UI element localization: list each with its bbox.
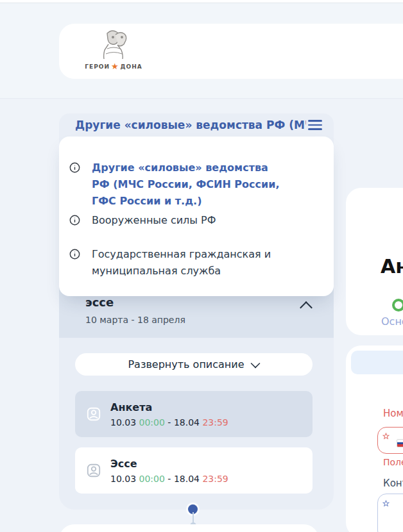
stage-card-title: Другие «силовые» ведомства РФ (МЧ... [75, 119, 306, 131]
chevron-down-icon [250, 358, 260, 368]
required-star-icon [382, 500, 390, 507]
panel-heading: Ан [381, 255, 403, 278]
phone-input[interactable] [377, 427, 403, 454]
dropdown-item-label: Государственная гражданская и муниципаль… [92, 246, 284, 279]
dropdown-item-armed-forces[interactable]: Вооруженные силы РФ [69, 212, 284, 229]
stage-section-head[interactable]: эссе 10 марта - 18 апреля [85, 295, 185, 325]
required-star-icon [382, 433, 390, 440]
task-dates: 10.03 00:00 - 18.04 23:59 [110, 417, 228, 428]
expand-description-label: Развернуть описание [128, 358, 244, 370]
dropdown-item-label: Вооруженные силы РФ [92, 212, 284, 229]
task-title: Анкета [110, 401, 228, 413]
dropdown-item-civil-service[interactable]: Государственная гражданская и муниципаль… [69, 246, 284, 279]
hamburger-menu-icon[interactable] [308, 117, 322, 133]
form-banner [351, 351, 403, 374]
russia-flag-icon[interactable] [397, 439, 403, 447]
stage-name: эссе [85, 295, 185, 309]
stage-card-header: Другие «силовые» ведомства РФ (МЧ... [59, 113, 334, 137]
task-end-time: 23:59 [202, 474, 228, 484]
contact-input[interactable] [377, 494, 403, 532]
validation-message: Поле [383, 457, 403, 467]
tab-main[interactable]: Осно [381, 315, 403, 328]
expand-description-button[interactable]: Развернуть описание [75, 353, 313, 376]
dropdown-item-other-agencies[interactable]: Другие «силовые» ведомства РФ (МЧС Росси… [69, 160, 284, 210]
info-icon [69, 162, 80, 173]
task-start-time: 00:00 [139, 474, 165, 484]
logo-star-icon: ★ [111, 63, 119, 70]
task-card-anketa[interactable]: Анкета 10.03 00:00 - 18.04 23:59 [75, 391, 313, 437]
anketa-panel: Ан Осно [346, 188, 403, 335]
info-icon [69, 215, 80, 226]
dropdown-item-label: Другие «силовые» ведомства РФ (МЧС Росси… [92, 160, 284, 210]
task-end-time: 23:59 [202, 417, 228, 428]
logo-text: ГЕРОИ★ДОНА [88, 63, 139, 70]
logo[interactable]: ГЕРОИ★ДОНА [88, 28, 139, 74]
contact-label: Конта [383, 478, 403, 489]
task-dates: 10.03 00:00 - 18.04 23:59 [110, 474, 228, 484]
logo-soldiers-image [94, 28, 133, 60]
next-stage-card [59, 524, 319, 532]
check-circle-icon [392, 299, 403, 312]
info-icon [69, 249, 80, 260]
user-badge-icon [85, 406, 102, 422]
task-title: Эссе [110, 458, 228, 470]
stage-dates: 10 марта - 18 апреля [85, 315, 185, 325]
task-start-time: 00:00 [139, 417, 165, 428]
form-panel: Номе Поле Конта [346, 345, 403, 532]
phone-label: Номе [383, 408, 403, 419]
top-strip [0, 0, 403, 3]
task-card-esse[interactable]: Эссе 10.03 00:00 - 18.04 23:59 [75, 447, 313, 494]
user-badge-icon [85, 462, 102, 479]
site-header: ГЕРОИ★ДОНА [59, 24, 403, 79]
category-dropdown: Другие «силовые» ведомства РФ (МЧС Росси… [59, 137, 334, 296]
